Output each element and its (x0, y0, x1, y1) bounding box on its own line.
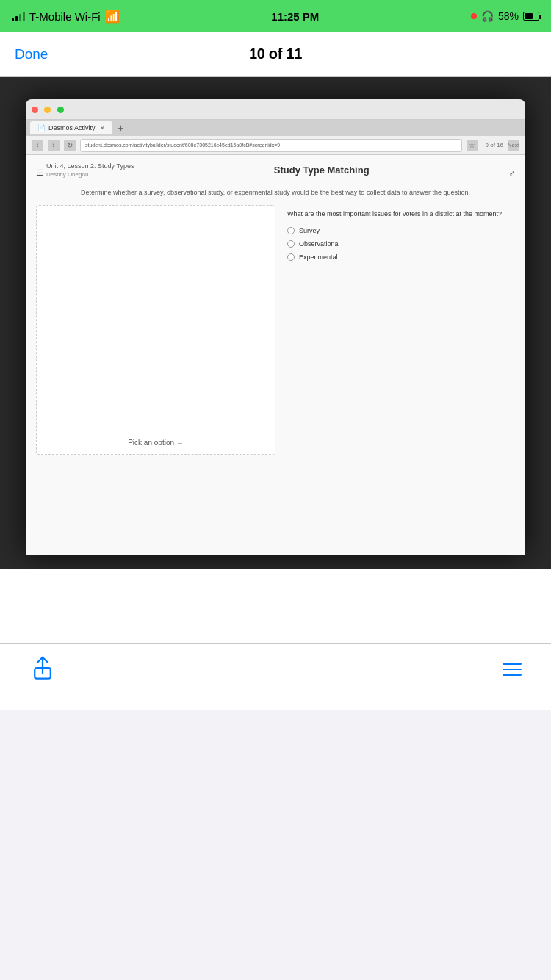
signal-bars-icon (12, 11, 25, 21)
option-observational[interactable]: Observational (287, 240, 511, 248)
radio-observational-icon[interactable] (287, 240, 295, 248)
activity-title: Study Type Matching (137, 165, 506, 176)
nav-header: Done 10 of 11 (0, 32, 551, 76)
browser-tab[interactable]: 📄 Desmos Activity ✕ (30, 121, 112, 134)
record-dot-icon (471, 13, 477, 19)
carrier-label: T-Mobile Wi-Fi (29, 10, 101, 23)
close-icon (32, 107, 38, 113)
option-experimental-label: Experimental (299, 253, 338, 261)
maximize-icon (57, 107, 64, 113)
option-survey-label: Survey (299, 227, 320, 234)
page-title: 10 of 11 (249, 46, 302, 62)
option-survey[interactable]: Survey (287, 227, 511, 234)
url-text: student.desmos.com/activitybuilder/stude… (85, 143, 280, 148)
status-time: 11:25 PM (271, 10, 319, 23)
status-right: 🎧 58% (471, 10, 539, 22)
tab-close[interactable]: ✕ (100, 125, 105, 131)
menu-button[interactable] (503, 663, 522, 676)
window-controls (32, 103, 67, 116)
tab-favicon: 📄 (37, 124, 46, 131)
left-panel: Pick an option → (36, 205, 276, 455)
hamburger-menu-icon[interactable]: ☰ (36, 168, 43, 178)
white-space (0, 569, 551, 643)
menu-line-2 (503, 669, 522, 671)
student-name: Destiny Obegou (46, 171, 134, 178)
bookmarks-button[interactable]: ☆ (467, 140, 478, 151)
back-button[interactable]: ‹ (32, 140, 43, 151)
next-button[interactable]: Next (508, 140, 519, 151)
laptop-area: 📄 Desmos Activity ✕ + ‹ › ↻ student.desm… (0, 77, 551, 569)
bottom-toolbar (0, 644, 551, 710)
battery-icon (523, 12, 539, 21)
browser-tabs: 📄 Desmos Activity ✕ + (26, 120, 525, 136)
battery-label: 58% (498, 10, 519, 22)
forward-button[interactable]: › (48, 140, 60, 151)
done-button[interactable]: Done (15, 46, 48, 62)
tab-label: Desmos Activity (48, 124, 96, 131)
status-bar: T-Mobile Wi-Fi 📶 11:25 PM 🎧 58% (0, 0, 551, 32)
menu-line-3 (503, 674, 522, 676)
url-bar[interactable]: student.desmos.com/activitybuilder/stude… (80, 139, 462, 152)
laptop-screen: 📄 Desmos Activity ✕ + ‹ › ↻ student.desm… (26, 99, 525, 555)
browser-chrome (26, 99, 525, 120)
right-panel: What are the most important issues for v… (283, 205, 515, 455)
radio-survey-icon[interactable] (287, 227, 295, 234)
wifi-icon: 📶 (105, 10, 120, 24)
minimize-icon (44, 107, 51, 113)
headphone-icon: 🎧 (481, 10, 494, 22)
instruction-text: Determine whether a survey, observationa… (36, 188, 515, 198)
option-observational-label: Observational (299, 240, 340, 248)
pagination-label: 9 of 16 (486, 142, 503, 148)
browser-toolbar: ‹ › ↻ student.desmos.com/activitybuilder… (26, 136, 525, 155)
pick-option-text: Pick an option → (128, 439, 184, 447)
reload-button[interactable]: ↻ (64, 140, 76, 151)
activity-layout: Pick an option → What are the most impor… (36, 205, 515, 455)
share-button[interactable] (29, 656, 56, 682)
question-text: What are the most important issues for v… (287, 209, 511, 219)
page-content: ☰ Unit 4, Lesson 2: Study Types Destiny … (26, 155, 525, 555)
status-left: T-Mobile Wi-Fi 📶 (12, 10, 120, 24)
menu-line-1 (503, 663, 522, 665)
fullscreen-icon[interactable]: ⤢ (509, 169, 515, 177)
new-tab-button[interactable]: + (118, 122, 124, 134)
radio-experimental-icon[interactable] (287, 253, 295, 261)
unit-label: Unit 4, Lesson 2: Study Types (46, 162, 134, 170)
option-experimental[interactable]: Experimental (287, 253, 511, 261)
